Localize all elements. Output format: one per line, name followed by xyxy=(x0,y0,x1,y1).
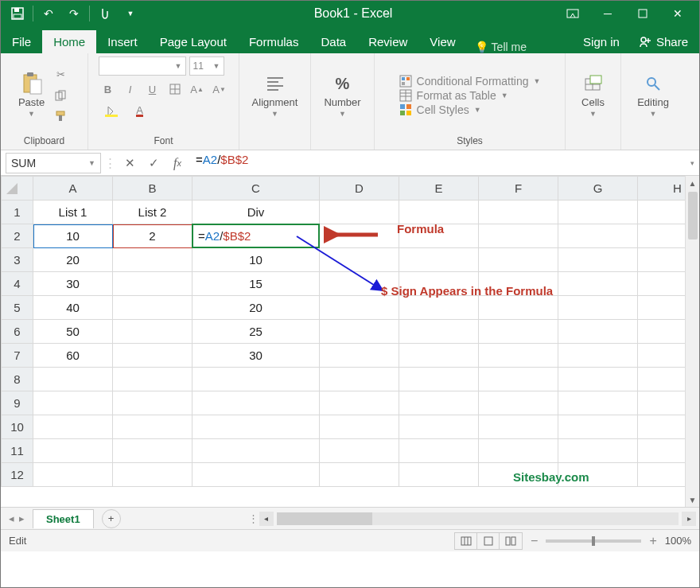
insert-function-button[interactable]: fx xyxy=(167,153,188,173)
scroll-up-icon[interactable]: ▲ xyxy=(686,176,699,190)
cell[interactable] xyxy=(192,391,320,415)
cell[interactable] xyxy=(558,415,638,439)
sign-in-button[interactable]: Sign in xyxy=(575,30,628,53)
tell-me[interactable]: 💡 Tell me xyxy=(467,41,535,53)
copy-icon[interactable] xyxy=(51,87,70,104)
cell[interactable] xyxy=(113,463,192,487)
zoom-in-button[interactable]: + xyxy=(649,534,656,548)
cell[interactable] xyxy=(479,201,558,224)
cell[interactable] xyxy=(320,296,399,320)
cell[interactable] xyxy=(320,439,399,463)
cell-a2[interactable]: 10 xyxy=(33,224,113,248)
cell[interactable] xyxy=(638,415,686,439)
qat-customize-icon[interactable]: ▼ xyxy=(120,3,141,24)
undo-icon[interactable]: ↶ xyxy=(38,3,59,24)
cell[interactable] xyxy=(558,272,638,296)
sheet-nav-next-icon[interactable]: ▸ xyxy=(19,512,25,524)
cell[interactable] xyxy=(399,296,479,320)
col-header-f[interactable]: F xyxy=(479,177,558,201)
cell-b2[interactable]: 2 xyxy=(113,224,192,248)
font-size-combo[interactable]: 11▼ xyxy=(189,56,224,76)
horizontal-scrollbar[interactable]: ◂ ▸ xyxy=(256,512,699,526)
fill-color-button[interactable] xyxy=(99,103,124,120)
cell[interactable] xyxy=(638,368,686,391)
formula-input[interactable]: =A2/$B$2 xyxy=(191,153,687,173)
conditional-formatting-button[interactable]: Conditional Formatting▼ xyxy=(399,75,541,88)
col-header-d[interactable]: D xyxy=(320,177,399,201)
cell[interactable] xyxy=(638,201,686,224)
cell[interactable] xyxy=(638,439,686,463)
cell[interactable] xyxy=(638,272,686,296)
cell[interactable] xyxy=(558,439,638,463)
cell[interactable] xyxy=(558,296,638,320)
cell[interactable]: List 1 xyxy=(33,201,113,224)
cell[interactable] xyxy=(113,439,192,463)
col-header-c[interactable]: C xyxy=(192,177,320,201)
tab-file[interactable]: File xyxy=(1,30,42,53)
cell[interactable] xyxy=(320,368,399,391)
cell[interactable] xyxy=(399,391,479,415)
cell[interactable] xyxy=(399,415,479,439)
col-header-e[interactable]: E xyxy=(399,177,479,201)
cell[interactable]: 30 xyxy=(33,272,113,296)
cell[interactable] xyxy=(638,463,686,487)
cell[interactable] xyxy=(113,368,192,391)
cell[interactable] xyxy=(479,391,558,415)
cell[interactable] xyxy=(33,368,113,391)
save-icon[interactable] xyxy=(7,3,28,24)
page-break-view-button[interactable] xyxy=(500,533,522,549)
scroll-thumb[interactable] xyxy=(688,192,698,239)
zoom-slider[interactable] xyxy=(546,539,641,543)
italic-button[interactable]: I xyxy=(121,80,140,98)
cell[interactable] xyxy=(638,224,686,248)
cell[interactable] xyxy=(399,248,479,272)
cell[interactable] xyxy=(558,391,638,415)
tab-page-layout[interactable]: Page Layout xyxy=(149,30,238,53)
tab-formulas[interactable]: Formulas xyxy=(238,30,310,53)
format-as-table-button[interactable]: Format as Table▼ xyxy=(399,89,541,102)
cell[interactable]: List 2 xyxy=(113,201,192,224)
cell[interactable]: Div xyxy=(192,201,320,224)
cell[interactable] xyxy=(33,439,113,463)
cell[interactable]: 25 xyxy=(192,320,320,344)
font-color-button[interactable]: A xyxy=(127,103,153,120)
new-sheet-button[interactable]: + xyxy=(102,509,121,528)
row-header[interactable]: 4 xyxy=(2,272,33,296)
vertical-scrollbar[interactable]: ▲ ▼ xyxy=(685,176,699,507)
col-header-h[interactable]: H xyxy=(638,177,686,201)
cell[interactable] xyxy=(638,320,686,344)
cell[interactable] xyxy=(320,201,399,224)
touch-mode-icon[interactable] xyxy=(95,3,115,24)
row-header[interactable]: 11 xyxy=(2,439,33,463)
number-button[interactable]: % Number ▼ xyxy=(324,72,360,118)
row-header[interactable]: 9 xyxy=(2,391,33,415)
tab-view[interactable]: View xyxy=(418,30,466,53)
cell[interactable] xyxy=(320,391,399,415)
scroll-down-icon[interactable]: ▼ xyxy=(686,493,699,507)
cell[interactable] xyxy=(638,296,686,320)
sheet-tab[interactable]: Sheet1 xyxy=(33,509,94,528)
cell[interactable] xyxy=(558,368,638,391)
redo-icon[interactable]: ↷ xyxy=(64,3,84,24)
cell[interactable] xyxy=(558,320,638,344)
enter-formula-button[interactable]: ✓ xyxy=(143,153,164,173)
cell[interactable] xyxy=(558,224,638,248)
cut-icon[interactable]: ✂ xyxy=(51,66,70,84)
increase-font-icon[interactable]: A▲ xyxy=(188,80,207,98)
format-painter-icon[interactable] xyxy=(51,107,70,125)
cell[interactable] xyxy=(399,439,479,463)
cell[interactable] xyxy=(33,415,113,439)
cell[interactable] xyxy=(479,320,558,344)
h-scroll-thumb[interactable] xyxy=(277,512,372,525)
share-button[interactable]: Share xyxy=(628,30,699,53)
col-header-a[interactable]: A xyxy=(33,177,113,201)
cell[interactable] xyxy=(479,439,558,463)
cell[interactable] xyxy=(113,391,192,415)
row-header[interactable]: 8 xyxy=(2,368,33,391)
cell[interactable] xyxy=(113,320,192,344)
sheet-nav-prev-icon[interactable]: ◂ xyxy=(9,512,14,524)
cell[interactable]: 20 xyxy=(33,248,113,272)
cell[interactable] xyxy=(558,248,638,272)
cell[interactable] xyxy=(479,224,558,248)
font-name-combo[interactable]: ▼ xyxy=(99,56,186,76)
